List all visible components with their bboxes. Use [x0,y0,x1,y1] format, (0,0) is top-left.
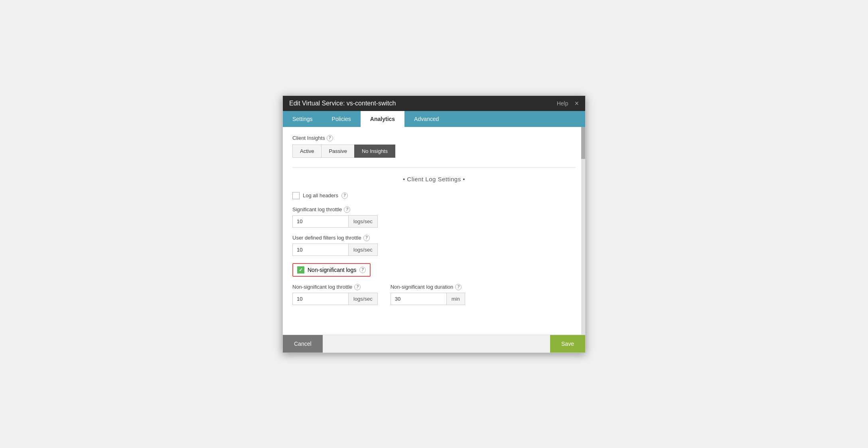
significant-log-throttle-input-group: logs/sec [292,215,576,228]
modal-header: Edit Virtual Service: vs-content-switch … [283,96,585,111]
section-divider [292,167,576,168]
close-icon[interactable]: × [574,100,579,107]
help-link[interactable]: Help [557,100,568,107]
non-significant-logs-row: ✓ Non-significant logs ? [292,263,576,277]
log-all-headers-row: Log all headers ? [292,192,576,199]
client-insights-group: Active Passive No Insights [292,145,576,158]
user-defined-filters-help-icon[interactable]: ? [363,235,370,241]
tab-policies[interactable]: Policies [322,111,361,127]
tab-settings[interactable]: Settings [283,111,322,127]
user-defined-filters-input-group: logs/sec [292,244,576,256]
significant-log-throttle-help-icon[interactable]: ? [344,206,350,213]
non-significant-logs-label: Non-significant logs [308,267,356,273]
significant-log-throttle-unit: logs/sec [348,215,378,228]
client-insights-label: Client Insights ? [292,135,576,141]
significant-log-throttle-input[interactable] [292,215,348,228]
non-significant-inline-form: Non-significant log throttle ? logs/sec … [292,284,576,305]
non-significant-log-throttle-unit: logs/sec [348,293,378,305]
checkmark-icon: ✓ [299,267,303,273]
non-significant-log-duration-input[interactable] [391,293,446,305]
non-significant-logs-checkbox[interactable]: ✓ [297,266,304,274]
non-significant-log-duration-input-group: min [391,293,465,305]
significant-log-throttle-label: Significant log throttle ? [292,206,576,213]
insights-btn-no-insights[interactable]: No Insights [354,145,395,158]
non-significant-log-fields: Non-significant log throttle ? logs/sec … [292,284,576,305]
scrollbar-track [581,127,585,335]
non-significant-log-duration-section: Non-significant log duration ? min [391,284,465,305]
modal-body: Client Insights ? Active Passive No Insi… [283,127,585,335]
non-significant-log-duration-unit: min [446,293,465,305]
non-significant-log-throttle-input-group: logs/sec [292,293,378,305]
non-significant-logs-help-icon[interactable]: ? [359,267,366,273]
scrollbar-thumb[interactable] [581,127,585,159]
client-insights-help-icon[interactable]: ? [327,135,333,141]
non-significant-log-duration-label: Non-significant log duration ? [391,284,465,290]
significant-log-throttle-section: Significant log throttle ? logs/sec [292,206,576,228]
modal-header-actions: Help × [557,100,579,107]
user-defined-filters-input[interactable] [292,244,348,256]
user-defined-filters-label: User defined filters log throttle ? [292,235,576,241]
modal-title: Edit Virtual Service: vs-content-switch [289,100,396,107]
cancel-button[interactable]: Cancel [283,335,323,353]
non-significant-log-throttle-help-icon[interactable]: ? [354,284,361,290]
user-defined-filters-section: User defined filters log throttle ? logs… [292,235,576,256]
tabs-bar: Settings Policies Analytics Advanced [283,111,585,127]
edit-virtual-service-modal: Edit Virtual Service: vs-content-switch … [282,95,586,353]
non-significant-log-throttle-label: Non-significant log throttle ? [292,284,378,290]
modal-footer: Cancel Save [283,335,585,353]
non-significant-log-throttle-section: Non-significant log throttle ? logs/sec [292,284,378,305]
insights-btn-active[interactable]: Active [292,145,321,158]
log-all-headers-help-icon[interactable]: ? [341,192,348,199]
save-button[interactable]: Save [550,335,585,353]
non-significant-logs-checkbox-wrapper: ✓ Non-significant logs ? [292,263,371,277]
tab-analytics[interactable]: Analytics [361,111,404,127]
client-insights-section: Client Insights ? Active Passive No Insi… [292,135,576,158]
log-all-headers-label: Log all headers [303,192,338,198]
non-significant-log-throttle-input[interactable] [292,293,348,305]
non-significant-log-duration-help-icon[interactable]: ? [455,284,462,290]
client-log-settings-header: • Client Log Settings • [292,176,576,182]
tab-advanced[interactable]: Advanced [404,111,448,127]
user-defined-filters-unit: logs/sec [348,244,378,256]
insights-btn-passive[interactable]: Passive [321,145,354,158]
log-all-headers-checkbox[interactable] [292,192,300,199]
